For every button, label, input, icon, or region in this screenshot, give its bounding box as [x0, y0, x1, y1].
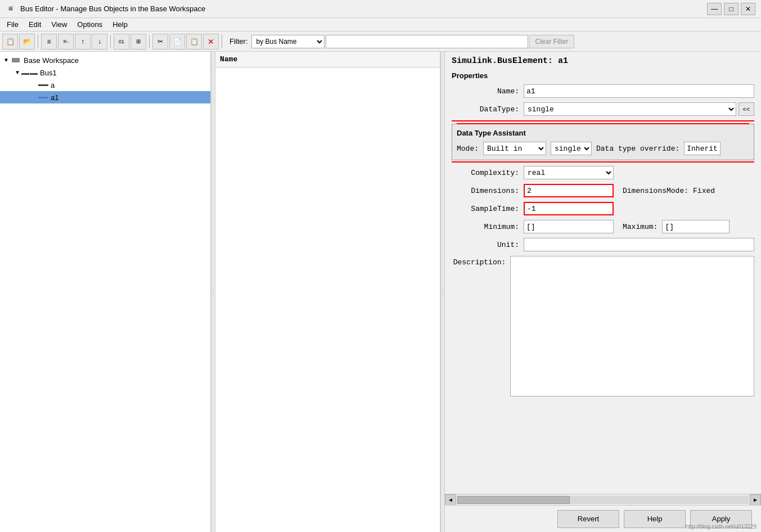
revert-button[interactable]: Revert	[557, 510, 619, 528]
override-label: Data type override:	[596, 145, 679, 153]
scroll-left-btn[interactable]: ◀	[445, 494, 456, 506]
mode-select[interactable]: Built in Fixed-point Expression	[483, 142, 546, 155]
dimensions-input[interactable]	[524, 184, 614, 197]
complexity-label: Complexity:	[452, 169, 519, 177]
description-label: Description:	[452, 258, 506, 267]
toolbar-btn-5[interactable]: ↑	[75, 34, 91, 49]
middle-panel: Name	[215, 52, 440, 532]
minimize-button[interactable]: —	[707, 3, 722, 15]
help-button[interactable]: Help	[624, 510, 686, 528]
window-title: Bus Editor - Manage Bus Objects in the B…	[20, 4, 205, 13]
toolbar-btn-copy[interactable]: 📄	[169, 34, 185, 49]
toolbar-btn-4[interactable]: ≡-	[58, 34, 74, 49]
middle-content	[215, 67, 440, 532]
left-panel: ▼ Base Workspace ▼ Bus1 a	[0, 52, 211, 532]
tree-label-root: Base Workspace	[24, 56, 79, 65]
bottom-scrollbar[interactable]: ◀ ▶	[445, 494, 761, 505]
red-separator-top	[452, 120, 754, 121]
maximum-input[interactable]	[662, 220, 730, 233]
tree-area: ▼ Base Workspace ▼ Bus1 a	[0, 52, 210, 532]
datatype-row: DataType: single double int8 uint8 int16…	[452, 102, 754, 116]
name-input[interactable]	[524, 84, 754, 98]
unit-row: Unit:	[452, 238, 754, 251]
scroll-track[interactable]	[457, 496, 749, 504]
left-divider-handle[interactable]: ⋮	[211, 52, 215, 532]
description-textarea[interactable]	[510, 256, 754, 396]
complexity-select[interactable]: real complex	[524, 166, 614, 179]
toolbar-btn-delete[interactable]: ✕	[203, 34, 219, 49]
toolbar-sep-2	[110, 35, 111, 48]
toolbar-btn-7[interactable]: 01	[114, 34, 129, 49]
sampletime-input[interactable]	[524, 202, 614, 215]
toolbar-sep-1	[38, 35, 38, 48]
menu-options[interactable]: Options	[73, 19, 107, 30]
toolbar-btn-paste[interactable]: 📋	[186, 34, 202, 49]
toolbar-btn-6[interactable]: ↓	[92, 34, 107, 49]
right-panel: Simulink.BusElement: a1 Properties Name:…	[445, 52, 761, 532]
menu-view[interactable]: View	[47, 19, 71, 30]
unit-label: Unit:	[452, 241, 519, 249]
sampletime-row: SampleTime:	[452, 202, 754, 215]
filter-input[interactable]	[326, 35, 528, 48]
toolbar-btn-cut[interactable]: ✂	[152, 34, 168, 49]
assistant-title: Data Type Assistant	[457, 129, 749, 137]
dimensions-label: Dimensions:	[452, 187, 519, 195]
data-type-assistant-box: Data Type Assistant Mode: Built in Fixed…	[452, 124, 754, 160]
menu-bar: File Edit View Options Help	[0, 18, 761, 31]
datatype-select[interactable]: single double int8 uint8 int16 uint16 in…	[524, 102, 736, 116]
unit-input[interactable]	[524, 238, 754, 251]
tree-item-a[interactable]: a	[0, 79, 210, 91]
override-value: Inherit	[684, 142, 721, 155]
filter-label: Filter:	[229, 37, 248, 46]
description-row: Description:	[452, 256, 754, 396]
title-bar-left: ≡ Bus Editor - Manage Bus Objects in the…	[6, 4, 205, 14]
toolbar: 📋 📂 ≡ ≡- ↑ ↓ 01 ⊞ ✂ 📄 📋 ✕ Filter: by Bus…	[0, 31, 761, 52]
element-a-icon	[38, 84, 48, 86]
app-icon: ≡	[6, 4, 16, 14]
scroll-right-btn[interactable]: ▶	[750, 494, 761, 506]
filter-select[interactable]: by Bus Name by Element Name by Data Type	[251, 35, 325, 48]
toolbar-btn-1[interactable]: 📋	[2, 34, 18, 49]
watermark: http://blog.csdn.net/u013229	[686, 524, 757, 530]
right-divider-handle[interactable]: ⋮	[440, 52, 445, 532]
name-column-header: Name	[215, 52, 440, 67]
toolbar-btn-2[interactable]: 📂	[19, 34, 35, 49]
name-row: Name:	[452, 84, 754, 98]
close-button[interactable]: ✕	[741, 3, 755, 15]
dimensions-mode-value: Fixed	[693, 187, 715, 195]
assistant-row: Mode: Built in Fixed-point Expression si…	[457, 142, 749, 155]
dimensions-mode-label: DimensionsMode:	[623, 187, 688, 195]
datatype-expand-button[interactable]: <<	[739, 102, 754, 116]
name-label: Name:	[452, 87, 519, 96]
name-column-label: Name	[220, 55, 237, 64]
tree-arrow-bus1: ▼	[13, 69, 21, 76]
properties-container: Simulink.BusElement: a1 Properties Name:…	[445, 52, 761, 494]
element-a1-icon	[38, 97, 48, 98]
menu-help[interactable]: Help	[108, 19, 132, 30]
minimum-input[interactable]	[524, 220, 614, 233]
tree-item-a1[interactable]: a1	[0, 91, 210, 103]
minmax-row: Minimum: Maximum:	[452, 220, 754, 233]
bus1-icon	[21, 70, 38, 75]
tree-item-root[interactable]: ▼ Base Workspace	[0, 54, 210, 66]
object-title: Simulink.BusElement: a1	[452, 56, 754, 66]
tree-label-bus1: Bus1	[40, 69, 57, 77]
toolbar-btn-8[interactable]: ⊞	[130, 34, 146, 49]
tree-label-a1: a1	[51, 93, 58, 102]
scroll-thumb[interactable]	[457, 496, 570, 504]
menu-edit[interactable]: Edit	[24, 19, 46, 30]
tree-label-a: a	[51, 81, 55, 89]
title-controls: — □ ✕	[707, 3, 755, 15]
maximize-button[interactable]: □	[724, 3, 739, 15]
workspace-icon	[10, 56, 21, 64]
complexity-row: Complexity: real complex	[452, 166, 754, 179]
type-select[interactable]: single double int8 uint8	[551, 142, 592, 155]
menu-file[interactable]: File	[2, 19, 23, 30]
clear-filter-button[interactable]: Clear Filter	[529, 35, 575, 48]
toolbar-btn-3[interactable]: ≡	[41, 34, 57, 49]
tree-item-bus1[interactable]: ▼ Bus1	[0, 66, 210, 79]
maximum-label: Maximum:	[623, 223, 658, 231]
sampletime-label: SampleTime:	[452, 205, 519, 213]
toolbar-sep-3	[149, 35, 150, 48]
title-bar: ≡ Bus Editor - Manage Bus Objects in the…	[0, 0, 761, 18]
